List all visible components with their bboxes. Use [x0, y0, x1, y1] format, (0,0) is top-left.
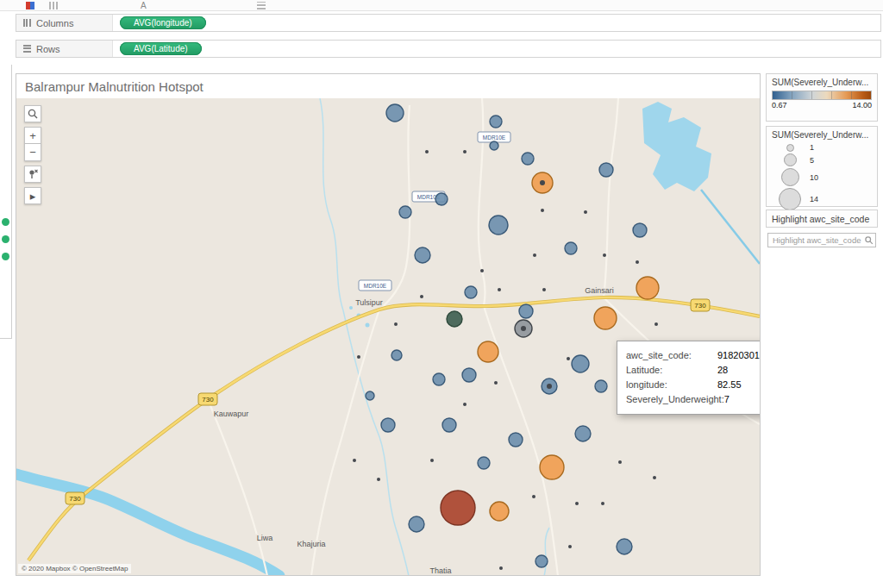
data-dot[interactable] — [542, 288, 546, 291]
data-point[interactable] — [465, 286, 477, 298]
data-point[interactable] — [386, 104, 404, 122]
data-dot[interactable] — [494, 381, 498, 385]
search-icon — [27, 108, 39, 120]
zoom-controls: + − — [24, 127, 41, 161]
data-point[interactable] — [366, 391, 374, 400]
data-point[interactable] — [447, 311, 462, 327]
data-dot[interactable] — [601, 502, 604, 505]
data-point[interactable] — [535, 555, 548, 567]
map-search-button[interactable] — [24, 105, 41, 122]
data-point[interactable] — [522, 153, 534, 165]
data-dot[interactable] — [575, 502, 579, 505]
data-point[interactable] — [490, 141, 498, 150]
tooltip-row: Severely_Underweight:7 — [626, 392, 760, 407]
data-dot[interactable] — [654, 322, 658, 326]
size-legend-item[interactable]: 1 — [767, 142, 877, 153]
data-dot[interactable] — [377, 478, 380, 481]
data-point[interactable] — [489, 216, 508, 235]
data-point[interactable] — [490, 502, 509, 521]
data-point[interactable] — [441, 491, 475, 525]
data-dot[interactable] — [567, 357, 570, 360]
road-shield-label: MDR10E — [364, 283, 387, 289]
size-legend-circle — [786, 144, 794, 152]
size-legend-item[interactable]: 10 — [767, 167, 877, 187]
data-point[interactable] — [462, 368, 476, 382]
data-point[interactable] — [442, 418, 456, 432]
map-place-label: Gainsari — [585, 286, 614, 295]
columns-shelf-label: Columns — [16, 15, 113, 31]
size-legend-circle — [784, 153, 797, 166]
data-dot[interactable] — [636, 260, 639, 264]
canal — [701, 190, 760, 264]
data-dot[interactable] — [653, 476, 656, 479]
data-dot[interactable] — [541, 209, 544, 212]
data-dot[interactable] — [533, 253, 536, 257]
data-dot[interactable] — [498, 288, 501, 291]
size-legend-item[interactable]: 5 — [767, 153, 877, 167]
data-dot[interactable] — [584, 210, 587, 214]
pill-avg-latitude[interactable]: AVG(Latitude) — [120, 42, 202, 55]
data-point[interactable] — [572, 355, 589, 372]
data-point[interactable] — [381, 418, 395, 432]
map-canvas[interactable]: MDR10EMDR10EMDR10E730730730 TulsipurKauw… — [16, 98, 760, 575]
data-dot[interactable] — [420, 295, 423, 298]
data-point[interactable] — [633, 223, 647, 237]
data-point[interactable] — [391, 350, 402, 360]
data-point[interactable] — [599, 163, 613, 177]
collapsed-data-pane[interactable] — [0, 65, 12, 339]
toolbar-icon-fragment[interactable] — [49, 2, 58, 9]
zoom-in-button[interactable]: + — [24, 127, 41, 144]
data-point[interactable] — [594, 307, 617, 329]
data-point[interactable] — [540, 455, 564, 479]
road-shield-label: MDR10E — [483, 134, 506, 141]
data-point[interactable] — [399, 206, 411, 218]
data-point[interactable] — [433, 373, 445, 385]
map-place-label: Tulsipur — [355, 298, 383, 307]
data-point[interactable] — [636, 277, 659, 299]
data-point[interactable] — [435, 193, 448, 205]
data-dot[interactable] — [568, 545, 572, 548]
toolbar-format-icon[interactable]: A — [141, 2, 149, 9]
data-dot[interactable] — [357, 355, 360, 359]
data-dot[interactable] — [463, 150, 467, 153]
data-point[interactable] — [595, 380, 607, 392]
size-legend-item[interactable]: 14 — [767, 187, 877, 211]
size-legend-title: SUM(Severely_Underw... — [767, 127, 877, 141]
pill-avg-longitude[interactable]: AVG(longitude) — [120, 16, 206, 29]
data-dot[interactable] — [425, 150, 429, 153]
toolbar-icon-fragment[interactable] — [257, 2, 266, 9]
color-legend-gradient[interactable] — [772, 91, 872, 100]
color-legend-card[interactable]: SUM(Severely_Underw... 0.67 14.00 — [766, 73, 878, 122]
data-dot[interactable] — [603, 253, 606, 257]
size-legend-card[interactable]: SUM(Severely_Underw... 151014 — [766, 126, 878, 207]
data-point[interactable] — [415, 247, 430, 263]
data-dot[interactable] — [532, 495, 535, 498]
data-dot[interactable] — [353, 459, 356, 462]
map-tools-expand-button[interactable]: ▸ — [24, 187, 41, 204]
map-place-label: Liwa — [257, 534, 273, 542]
map-pin-button[interactable] — [24, 166, 41, 183]
measure-pill-fragment[interactable] — [2, 253, 9, 260]
data-point[interactable] — [617, 539, 632, 554]
zoom-out-button[interactable]: − — [24, 144, 41, 161]
data-dot[interactable] — [480, 269, 484, 272]
highlight-search-input[interactable] — [767, 233, 876, 247]
highlighter-card[interactable]: Highlight awc_site_code — [766, 210, 878, 228]
data-dot[interactable] — [394, 322, 398, 326]
measure-pill-fragment[interactable] — [2, 235, 9, 243]
measure-pill-fragment[interactable] — [2, 218, 9, 226]
toolbar-icon-fragment[interactable] — [26, 2, 34, 9]
data-point[interactable] — [519, 304, 533, 318]
data-dot[interactable] — [430, 459, 434, 462]
data-dot[interactable] — [618, 460, 622, 464]
data-point[interactable] — [575, 426, 591, 441]
data-point[interactable] — [478, 341, 498, 362]
data-point[interactable] — [478, 457, 490, 469]
data-point[interactable] — [490, 116, 502, 128]
map-svg[interactable]: MDR10EMDR10EMDR10E730730730 TulsipurKauw… — [16, 98, 760, 575]
data-point[interactable] — [409, 516, 424, 532]
data-point[interactable] — [565, 242, 577, 254]
data-dot[interactable] — [499, 566, 503, 570]
data-point[interactable] — [509, 433, 523, 447]
data-dot[interactable] — [463, 403, 467, 406]
